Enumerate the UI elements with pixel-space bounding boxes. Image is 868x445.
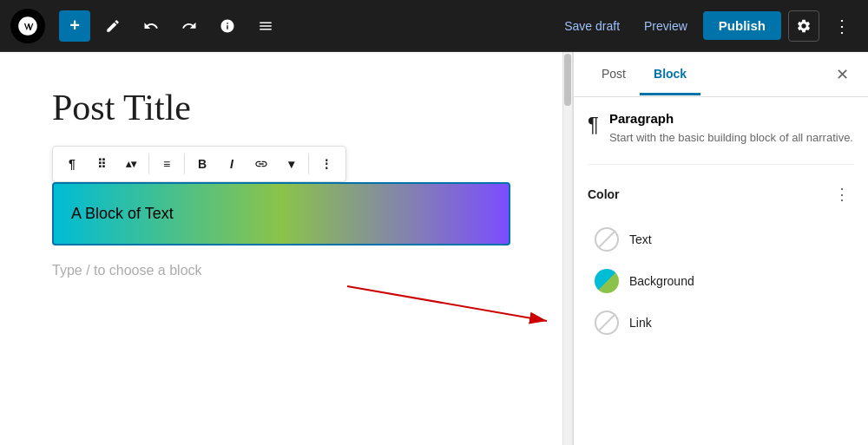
toolbar-divider-3 bbox=[308, 154, 309, 174]
top-toolbar: + Save draft Preview Publish bbox=[0, 0, 868, 52]
sidebar: Post Block ✕ ¶ Paragraph Start with the … bbox=[573, 52, 868, 445]
undo-icon bbox=[143, 18, 159, 34]
drag-handle-button[interactable]: ⠿ bbox=[88, 150, 115, 178]
color-option-link[interactable]: Link bbox=[588, 302, 854, 344]
tab-post[interactable]: Post bbox=[588, 55, 640, 95]
wp-logo bbox=[10, 9, 45, 43]
add-block-button[interactable]: + bbox=[59, 10, 90, 42]
editor-scrollbar[interactable] bbox=[562, 52, 573, 445]
post-title[interactable]: Post Title bbox=[52, 87, 510, 128]
type-hint[interactable]: Type / to choose a block bbox=[52, 263, 510, 278]
block-text: A Block of Text bbox=[71, 205, 174, 222]
align-button[interactable]: ≡ bbox=[153, 150, 181, 178]
settings-button[interactable] bbox=[788, 10, 819, 42]
arrow-annotation bbox=[330, 278, 562, 330]
preview-button[interactable]: Preview bbox=[635, 14, 696, 38]
background-color-label: Background bbox=[629, 274, 694, 288]
background-color-swatch bbox=[595, 269, 619, 293]
info-icon bbox=[220, 18, 235, 34]
color-section-more-button[interactable]: ⋮ bbox=[830, 182, 854, 206]
link-button[interactable] bbox=[247, 150, 275, 178]
color-section-header: Color ⋮ bbox=[588, 182, 854, 206]
settings-icon bbox=[796, 18, 812, 34]
save-draft-button[interactable]: Save draft bbox=[556, 14, 628, 38]
more-block-options-button[interactable]: ⋮ bbox=[312, 150, 340, 178]
wp-logo-icon bbox=[16, 15, 39, 37]
toolbar-right: Save draft Preview Publish ⋮ bbox=[556, 10, 858, 42]
redo-button[interactable] bbox=[174, 10, 205, 42]
toolbar-divider-2 bbox=[184, 154, 185, 174]
block-toolbar: ¶ ⠿ ▴▾ ≡ B I ▾ ⋮ bbox=[52, 146, 346, 182]
paragraph-block-icon: ¶ bbox=[588, 113, 599, 137]
pencil-icon bbox=[105, 18, 121, 34]
colored-text-block[interactable]: A Block of Text bbox=[52, 182, 510, 245]
tab-block[interactable]: Block bbox=[640, 55, 700, 95]
color-section-title: Color bbox=[588, 187, 620, 201]
info-button[interactable] bbox=[212, 10, 243, 42]
publish-button[interactable]: Publish bbox=[703, 11, 781, 40]
link-icon bbox=[254, 157, 268, 171]
block-info-text: Paragraph Start with the basic building … bbox=[609, 111, 853, 147]
scrollbar-thumb bbox=[564, 54, 571, 106]
color-option-background[interactable]: Background bbox=[588, 260, 854, 302]
text-color-swatch bbox=[595, 227, 619, 252]
bold-button[interactable]: B bbox=[188, 150, 216, 178]
list-view-icon bbox=[258, 18, 273, 34]
svg-line-1 bbox=[347, 286, 547, 321]
sidebar-tabs: Post Block ✕ bbox=[574, 52, 868, 97]
redo-icon bbox=[181, 18, 197, 34]
text-color-label: Text bbox=[629, 232, 652, 246]
move-updown-button[interactable]: ▴▾ bbox=[117, 150, 145, 178]
main-area: Post Title ¶ ⠿ ▴▾ ≡ B I ▾ ⋮ A Block of T… bbox=[0, 52, 868, 445]
paragraph-type-button[interactable]: ¶ bbox=[58, 150, 86, 178]
italic-button[interactable]: I bbox=[218, 150, 246, 178]
editor-area: Post Title ¶ ⠿ ▴▾ ≡ B I ▾ ⋮ A Block of T… bbox=[0, 52, 562, 445]
undo-button[interactable] bbox=[135, 10, 167, 42]
list-view-button[interactable] bbox=[250, 10, 281, 42]
sidebar-content: ¶ Paragraph Start with the basic buildin… bbox=[574, 97, 868, 445]
color-option-text[interactable]: Text bbox=[588, 219, 854, 260]
toolbar-divider bbox=[148, 154, 149, 174]
block-info: ¶ Paragraph Start with the basic buildin… bbox=[588, 111, 854, 165]
link-dropdown-button[interactable]: ▾ bbox=[277, 150, 305, 178]
more-options-button[interactable]: ⋮ bbox=[826, 10, 858, 42]
block-name: Paragraph bbox=[609, 111, 853, 126]
link-color-swatch bbox=[595, 311, 619, 335]
edit-button[interactable] bbox=[97, 10, 128, 42]
sidebar-close-button[interactable]: ✕ bbox=[830, 62, 854, 87]
link-color-label: Link bbox=[629, 316, 652, 330]
block-description: Start with the basic building block of a… bbox=[609, 129, 853, 147]
